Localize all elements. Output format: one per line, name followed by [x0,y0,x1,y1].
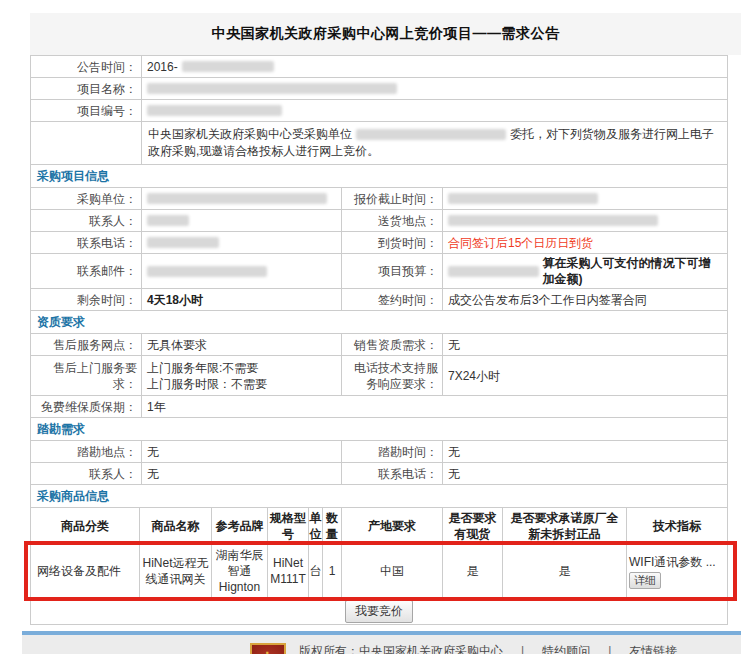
budget-label: 项目预算： [341,254,442,288]
redacted-value [448,193,598,204]
announcement-table: 公告时间： 2016- 项目名称： 项目编号： 中央国家机关政府采购中心受采购单… [30,55,728,625]
row-contact-person: 联系人： 送货地点： [31,210,727,232]
redacted-value [147,266,267,277]
row-contact-phone: 联系电话： 到货时间： 合同签订后15个日历日到货 [31,232,727,254]
row-intro: 中央国家机关政府采购中心受采购单位委托，对下列货物及服务进行网上电子政府采购,现… [31,122,727,165]
product-qty: 1 [322,545,341,597]
project-name-value [141,78,727,99]
row-purchase-unit: 采购单位： 报价截止时间： [31,188,727,210]
quote-deadline-label: 报价截止时间： [341,188,442,209]
footer: 中 版权所有：中央国家机关政府采购中心|特约顾问|友情链接 京ICP备05034… [22,635,741,654]
survey-time-value: 无 [442,441,727,462]
product-unit: 台 [308,545,322,597]
page-title: 中央国家机关政府采购中心网上竞价项目——需求公告 [212,25,560,43]
survey-place-label: 踏勘地点： [31,441,141,462]
consultant-link[interactable]: 特约顾问 [542,644,590,654]
phone-support-value: 7X24小时 [442,356,727,395]
project-number-label: 项目编号： [31,100,141,121]
product-name: HiNet远程无线通讯网关 [139,545,211,597]
footer-line1: 版权所有：中央国家机关政府采购中心|特约顾问|友情链接 [299,643,677,654]
section-purchase-info: 采购项目信息 [31,165,727,188]
col-unit: 单位 [308,508,322,544]
survey-time-label: 踏勘时间： [341,441,442,462]
row-announce-time: 公告时间： 2016- [31,56,727,78]
col-brand-new: 是否要求承诺原厂全新未拆封正品 [502,508,626,544]
product-brand-new: 是 [502,545,626,597]
phone-value [141,232,341,253]
survey-contact-label: 联系人： [31,463,141,484]
sales-qualification-value: 无 [442,334,727,355]
sign-time-label: 签约时间： [341,289,442,310]
separator: | [608,644,611,654]
product-header-row: 商品分类 商品名称 参考品牌 规格型号 单位 数量 产地要求 是否要求有现货 是… [31,508,727,545]
service-outlet-value: 无具体要求 [141,334,341,355]
col-qty: 数量 [322,508,341,544]
redacted-value [147,215,189,226]
intro-empty-label [31,122,141,164]
remaining-time-value: 4天18小时 [141,289,341,310]
copyright-text: 版权所有：中央国家机关政府采购中心 [299,644,503,654]
survey-phone-label: 联系电话： [341,463,442,484]
intro-text: 中央国家机关政府采购中心受采购单位委托，对下列货物及服务进行网上电子政府采购,现… [141,122,727,164]
product-in-stock: 是 [442,545,502,597]
project-name-label: 项目名称： [31,78,141,99]
email-label: 联系邮件： [31,254,141,288]
redacted-value [147,105,282,116]
budget-value: 算在采购人可支付的情况下可增加金额) [442,254,727,288]
row-survey-contact: 联系人： 无 联系电话： 无 [31,463,727,485]
arrival-time-value: 合同签订后15个日历日到货 [442,232,727,253]
phone-support-label: 电话技术支持服务响应要求： [341,356,442,395]
product-tech-summary: WIFI通讯参数 ... [629,554,716,570]
warranty-label: 免费维保质保期： [31,396,141,417]
survey-contact-value: 无 [141,463,341,484]
section-products: 采购商品信息 [31,485,727,508]
redacted-value [182,61,274,72]
quote-deadline-value [442,188,727,209]
section-qualification: 资质要求 [31,311,727,334]
row-service-outlet: 售后服务网点： 无具体要求 销售资质需求： 无 [31,334,727,356]
product-tech-cell: WIFI通讯参数 ... 详细 [626,545,727,597]
row-remaining-time: 剩余时间： 4天18小时 签约时间： 成交公告发布后3个工作日内签署合同 [31,289,727,311]
col-brand: 参考品牌 [211,508,267,544]
product-category: 网络设备及配件 [31,545,139,597]
purchase-unit-label: 采购单位： [31,188,141,209]
detail-button[interactable]: 详细 [629,572,661,589]
product-data-row: 网络设备及配件 HiNet远程无线通讯网关 湖南华辰智通Hignton HiNe… [31,545,727,598]
col-in-stock: 是否要求有现货 [442,508,502,544]
email-value [141,254,341,288]
footer-text-block: 版权所有：中央国家机关政府采购中心|特约顾问|友情链接 京ICP备0503495… [299,643,677,654]
announce-time-value: 2016- [141,56,727,77]
warranty-value: 1年 [141,396,727,417]
section-survey: 踏勘需求 [31,418,727,441]
contact-label: 联系人： [31,210,141,231]
row-project-number: 项目编号： [31,100,727,122]
col-category: 商品分类 [31,508,139,544]
sign-time-value: 成交公告发布后3个工作日内签署合同 [442,289,727,310]
survey-phone-value: 无 [442,463,727,484]
survey-place-value: 无 [141,441,341,462]
row-project-name: 项目名称： [31,78,727,100]
bid-button-row: 我要竞价 [31,598,727,624]
procurement-logo-icon: 中 [250,643,286,654]
delivery-place-label: 送货地点： [341,210,442,231]
bid-button[interactable]: 我要竞价 [345,600,413,623]
redacted-value [356,129,506,140]
col-name: 商品名称 [139,508,211,544]
onsite-service-value: 上门服务年限:不需要 上门服务时限：不需要 [141,356,341,395]
friend-links-link[interactable]: 友情链接 [629,644,677,654]
separator: | [521,644,524,654]
row-contact-email: 联系邮件： 项目预算： 算在采购人可支付的情况下可增加金额) [31,254,727,289]
col-tech: 技术指标 [626,508,727,544]
page-title-band: 中央国家机关政府采购中心网上竞价项目——需求公告 [30,13,741,55]
row-warranty: 免费维保质保期： 1年 [31,396,727,418]
product-origin: 中国 [341,545,442,597]
project-number-value [141,100,727,121]
service-outlet-label: 售后服务网点： [31,334,141,355]
remaining-time-label: 剩余时间： [31,289,141,310]
phone-label: 联系电话： [31,232,141,253]
redacted-value [147,83,397,94]
product-model: HiNet M111T [267,545,308,597]
row-onsite-service: 售后上门服务要求： 上门服务年限:不需要 上门服务时限：不需要 电话技术支持服务… [31,356,727,396]
sales-qualification-label: 销售资质需求： [341,334,442,355]
redacted-value [147,193,327,204]
